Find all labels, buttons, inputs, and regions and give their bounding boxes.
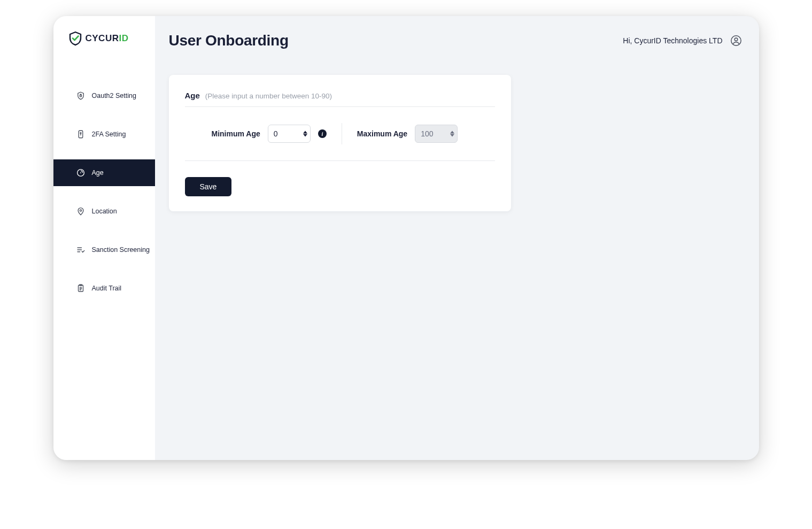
save-button[interactable]: Save [185,177,232,196]
svg-rect-0 [80,95,81,97]
chevron-down-icon [303,134,307,137]
chevron-up-icon [303,131,307,134]
sidebar-item-label: Audit Trail [92,285,122,292]
sidebar-nav: Oauth2 Setting 2FA Setting [53,82,155,313]
brand-name-left: CYCUR [86,33,119,43]
min-age-stepper[interactable] [303,131,307,137]
sidebar-item-label: 2FA Setting [92,131,126,138]
max-age-label: Maximum Age [357,129,407,138]
card-header: Age (Please input a number between 10-90… [185,91,495,107]
main-content: User Onboarding Hi, CycurID Technologies… [155,16,759,460]
sidebar: CYCURID Oauth2 Setting [53,16,155,460]
sidebar-item-label: Location [92,208,117,215]
min-age-group: Minimum Age i [212,125,327,143]
brand-name-right: ID [119,33,128,43]
brand-logo: CYCURID [53,16,155,61]
greeting-text: Hi, CycurID Technologies LTD [623,36,722,45]
sidebar-item-sanction-screening[interactable]: Sanction Screening [53,236,155,263]
sidebar-item-age[interactable]: Age [53,159,155,186]
min-age-input-wrap [268,125,311,143]
gauge-icon [76,168,86,178]
user-avatar-icon[interactable] [730,35,742,47]
info-icon[interactable]: i [318,129,327,138]
shield-check-icon [68,31,82,46]
max-age-group: Maximum Age [357,125,458,143]
sidebar-item-label: Age [92,169,104,177]
app-window: CYCURID Oauth2 Setting [53,16,759,460]
card-section-title: Age [185,91,200,100]
sidebar-item-label: Oauth2 Setting [92,92,136,99]
svg-point-9 [734,38,738,41]
sidebar-item-location[interactable]: Location [53,198,155,225]
brand-name: CYCURID [86,33,129,44]
min-age-label: Minimum Age [212,129,260,138]
card-hint: (Please input a number between 10-90) [205,92,332,100]
sidebar-item-label: Sanction Screening [92,246,150,254]
clipboard-icon [76,283,86,293]
sidebar-item-audit-trail[interactable]: Audit Trail [53,275,155,302]
sidebar-item-oauth2-setting[interactable]: Oauth2 Setting [53,82,155,109]
age-card: Age (Please input a number between 10-90… [169,75,511,211]
sidebar-item-2fa-setting[interactable]: 2FA Setting [53,121,155,148]
chevron-down-icon [450,134,454,137]
topbar-right: Hi, CycurID Technologies LTD [623,35,741,47]
svg-point-2 [80,133,81,134]
max-age-input-wrap [415,125,458,143]
shield-lock-icon [76,91,86,101]
max-age-stepper [450,131,454,137]
svg-point-4 [80,172,81,173]
vertical-separator [342,123,342,144]
phone-key-icon [76,129,86,139]
chevron-up-icon [450,131,454,134]
location-pin-icon [76,206,86,216]
page-title: User Onboarding [169,32,289,49]
list-check-icon [76,245,86,255]
svg-point-5 [80,210,81,211]
age-row: Minimum Age i Maximum Age [185,123,495,161]
topbar: User Onboarding Hi, CycurID Technologies… [169,32,742,49]
